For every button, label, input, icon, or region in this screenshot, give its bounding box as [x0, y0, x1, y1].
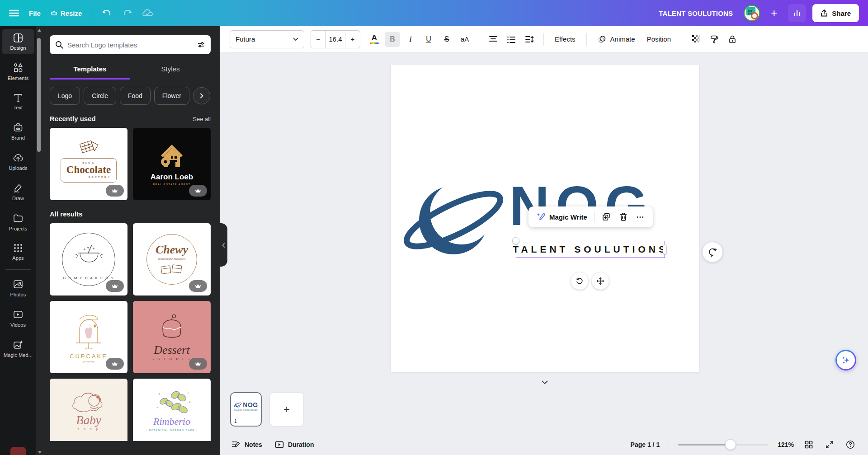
floating-context-toolbar: Magic Write •••: [528, 206, 653, 227]
zoom-level[interactable]: 121%: [778, 441, 794, 448]
add-page-button[interactable]: +: [269, 392, 304, 427]
sidebar-item-uploads[interactable]: Uploads: [2, 148, 34, 174]
text-icon: [13, 93, 23, 103]
page-number-label: 1: [234, 418, 237, 424]
animate-button[interactable]: Animate: [593, 32, 640, 47]
move-handle[interactable]: [592, 272, 609, 290]
document-title[interactable]: TALENT SOULUTIONS: [659, 9, 733, 17]
template-search: [50, 35, 211, 54]
sidebar-item-projects[interactable]: Projects: [2, 209, 34, 235]
selected-text-element[interactable]: TALENT SOULUTIONS: [516, 241, 665, 258]
sidebar-item-draw[interactable]: Draw: [2, 178, 34, 205]
file-menu-button[interactable]: File: [29, 9, 41, 17]
add-member-button[interactable]: +: [766, 5, 782, 21]
see-all-link[interactable]: See all: [193, 116, 211, 122]
lock-button[interactable]: [725, 32, 740, 47]
sidebar-item-brand[interactable]: co Brand: [2, 118, 34, 144]
page-1-thumbnail[interactable]: NOG TALENT SOULUTIONS 1: [230, 392, 262, 427]
fullscreen-button[interactable]: [824, 439, 835, 450]
template-chocolate-factory[interactable]: BEN'S Chocolate FACTORY: [50, 128, 127, 200]
chip-circle[interactable]: Circle: [84, 87, 116, 105]
canva-assistant-button[interactable]: [835, 350, 856, 371]
panel-collapse-tab[interactable]: [220, 223, 227, 267]
tab-styles[interactable]: Styles: [130, 58, 211, 80]
chevron-left-icon: [222, 243, 225, 248]
partial-app-icon[interactable]: [10, 447, 26, 455]
sidebar-item-design[interactable]: Design: [2, 29, 34, 54]
chip-food[interactable]: Food: [120, 87, 151, 105]
panel-scrollbar[interactable]: [36, 26, 42, 455]
template-cupcake[interactable]: CUPCAKE geometry: [50, 301, 127, 373]
sidebar-item-text[interactable]: Text: [2, 89, 34, 114]
zoom-slider[interactable]: [678, 440, 769, 450]
delete-button[interactable]: [616, 209, 631, 225]
scroll-down-arrow[interactable]: [38, 451, 42, 454]
notes-button[interactable]: Notes: [231, 441, 262, 449]
tab-templates[interactable]: Templates: [50, 58, 130, 80]
more-options-button[interactable]: •••: [633, 209, 648, 225]
chocolate-text-art: BEN'S Chocolate FACTORY: [61, 158, 117, 183]
template-home-bakery[interactable]: H O M E B A K E R Y: [50, 223, 127, 296]
selection-side-handle[interactable]: [663, 244, 667, 254]
transparency-button[interactable]: [689, 32, 704, 47]
thumbnail-logo: NOG: [233, 401, 259, 408]
strikethrough-button[interactable]: S: [439, 32, 454, 47]
selection-corner-handle[interactable]: [512, 237, 519, 244]
duration-button[interactable]: Duration: [275, 441, 314, 448]
scrollbar-thumb[interactable]: [37, 38, 41, 152]
copy-style-button[interactable]: [707, 32, 722, 47]
italic-button[interactable]: I: [403, 32, 418, 47]
list-button[interactable]: [504, 32, 519, 47]
sidebar-item-videos[interactable]: Videos: [2, 305, 34, 331]
line-spacing-button[interactable]: [522, 32, 537, 47]
alignment-button[interactable]: [486, 32, 501, 47]
redo-button[interactable]: [122, 9, 132, 18]
undo-button[interactable]: [102, 9, 112, 18]
sidebar-item-photos[interactable]: Photos: [2, 275, 34, 301]
sidebar-item-magic-media[interactable]: Magic Med...: [2, 335, 34, 361]
resize-button[interactable]: Resize: [51, 9, 82, 17]
zoom-slider-thumb[interactable]: [725, 439, 736, 450]
effects-button[interactable]: Effects: [550, 32, 580, 47]
font-family-select[interactable]: Futura: [230, 30, 304, 48]
tagline-text[interactable]: TALENT SOULUTIONS: [513, 244, 668, 255]
pro-crown-badge: [106, 185, 124, 197]
search-input[interactable]: [67, 41, 193, 49]
text-color-button[interactable]: A: [367, 32, 382, 47]
template-dessert-store[interactable]: Dessert - S T O R E -: [133, 301, 211, 373]
sidebar-item-elements[interactable]: Elements: [2, 58, 34, 84]
chip-logo[interactable]: Logo: [50, 87, 80, 105]
sidebar-item-apps[interactable]: Apps: [2, 239, 34, 264]
filter-sliders-icon[interactable]: [197, 41, 205, 49]
template-chewy-brownies[interactable]: Chewy homemade brownies: [133, 223, 211, 296]
planet-logo-art[interactable]: [398, 177, 509, 263]
chip-flower[interactable]: Flower: [154, 87, 189, 105]
scroll-up-arrow[interactable]: [38, 29, 41, 32]
collapse-page-button[interactable]: [537, 378, 552, 387]
text-case-button[interactable]: aA: [457, 32, 472, 47]
template-rimberio[interactable]: Rimberio · BOTANICAL GARDEN CAFE ·: [133, 379, 211, 441]
bold-button[interactable]: B: [385, 32, 400, 47]
canvas-viewport[interactable]: NOG TALENT SOULUTIONS Magic Write: [220, 52, 868, 455]
design-page[interactable]: NOG TALENT SOULUTIONS Magic Write: [391, 65, 699, 372]
template-baby-shop[interactable]: Baby s h o p: [50, 379, 127, 441]
duplicate-button[interactable]: [599, 209, 614, 225]
main-menu-button[interactable]: [9, 9, 19, 17]
help-button[interactable]: [844, 439, 856, 450]
rotate-handle[interactable]: [571, 272, 588, 290]
chips-next-button[interactable]: [193, 87, 210, 104]
grid-view-button[interactable]: [803, 439, 815, 450]
font-size-increase[interactable]: +: [345, 31, 360, 48]
position-button[interactable]: Position: [642, 32, 675, 47]
font-size-decrease[interactable]: −: [311, 31, 326, 48]
magic-write-button[interactable]: Magic Write: [533, 210, 591, 224]
add-comment-button[interactable]: [703, 242, 722, 262]
share-button[interactable]: Share: [812, 4, 859, 22]
avatar[interactable]: [744, 5, 760, 21]
all-results-grid-row3: Baby s h o p Rimberio · BOTANICAL GARDEN…: [50, 379, 211, 441]
template-aaron-loeb[interactable]: Aaron Loeb REAL ESTATE AGENT: [133, 128, 211, 200]
cupcake-art: [68, 311, 109, 351]
insights-button[interactable]: [788, 4, 806, 22]
underline-button[interactable]: U: [421, 32, 436, 47]
font-size-value[interactable]: 16.4: [326, 31, 345, 48]
